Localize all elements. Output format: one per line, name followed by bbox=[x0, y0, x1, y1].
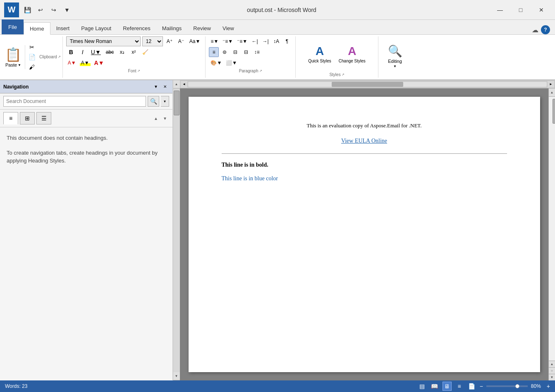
cut-button[interactable]: ✂ bbox=[27, 43, 37, 52]
increase-indent-button[interactable]: →| bbox=[261, 36, 270, 46]
scroll-left-button[interactable]: ◄ bbox=[181, 81, 187, 88]
navigation-content: This document does not contain headings.… bbox=[0, 127, 172, 380]
zoom-out-button[interactable]: − bbox=[480, 383, 483, 390]
strikethrough-button[interactable]: abc bbox=[104, 47, 115, 57]
text-effect-button[interactable]: A▼ bbox=[93, 58, 106, 68]
h-scroll-thumb[interactable] bbox=[332, 82, 403, 87]
increase-font-button[interactable]: A⁺ bbox=[165, 36, 175, 46]
scroll-right-button[interactable]: ► bbox=[548, 81, 554, 88]
zoom-slider[interactable] bbox=[486, 385, 528, 387]
search-icon: 🔍 bbox=[150, 98, 157, 105]
navigation-header-controls: ▼ ✕ bbox=[152, 83, 169, 91]
minimize-button[interactable]: — bbox=[490, 4, 510, 16]
view-draft-button[interactable]: 📄 bbox=[467, 382, 476, 391]
bold-button[interactable]: B bbox=[66, 47, 76, 57]
eula-link[interactable]: View EULA Online bbox=[341, 138, 387, 144]
vertical-scrollbar: ▲ ▲ ○ ▼ bbox=[548, 88, 555, 380]
scroll-prev-page-button[interactable]: ▲ bbox=[549, 361, 555, 367]
italic-button[interactable]: I bbox=[78, 47, 88, 57]
font-expand-icon[interactable]: ↗ bbox=[137, 69, 140, 73]
line-spacing-button[interactable]: ↕≡ bbox=[252, 47, 262, 57]
nav-scroll-down-button[interactable]: ▼ bbox=[173, 372, 180, 380]
navigation-pin-button[interactable]: ▼ bbox=[152, 83, 160, 91]
multilevel-list-button[interactable]: ⁻≡▼ bbox=[235, 36, 249, 46]
clipboard-expand-icon[interactable]: ↗ bbox=[58, 55, 61, 59]
zoom-slider-thumb[interactable] bbox=[515, 384, 519, 388]
view-full-reading-button[interactable]: 📖 bbox=[430, 382, 439, 391]
ribbon-group-editing: 🔍 Editing ▼ bbox=[378, 36, 411, 78]
sort-button[interactable]: ↕A bbox=[271, 36, 281, 46]
view-outline-button[interactable]: ≡ bbox=[455, 382, 464, 391]
nav-next-button[interactable]: ▼ bbox=[161, 114, 169, 122]
borders-button[interactable]: ⬜▼ bbox=[224, 58, 239, 68]
tab-page-layout[interactable]: Page Layout bbox=[75, 22, 117, 34]
paragraph-controls: ≡▼ ⁻≡▼ ⁻≡▼ ←| →| ↕A ¶ ≡ ⊜ ⊟ ⊟ ↕≡ 🎨▼ ⬜▼ bbox=[209, 36, 292, 68]
font-color-button[interactable]: A▼ bbox=[66, 58, 78, 68]
styles-expand-icon[interactable]: ↗ bbox=[342, 73, 344, 76]
nav-tab-results[interactable]: ☰ bbox=[36, 112, 51, 124]
customize-qa-button[interactable]: ▼ bbox=[61, 4, 73, 16]
scroll-next-page-button[interactable]: ▼ bbox=[549, 374, 555, 380]
nav-tab-headings[interactable]: ≡ bbox=[3, 112, 18, 124]
undo-button[interactable]: ↩ bbox=[35, 4, 46, 16]
tab-file[interactable]: File bbox=[2, 19, 24, 34]
align-center-button[interactable]: ⊜ bbox=[220, 47, 230, 57]
change-styles-button[interactable]: A Change Styles bbox=[336, 43, 368, 65]
scroll-select-browse-button[interactable]: ○ bbox=[549, 367, 555, 374]
numbered-list-button[interactable]: ⁻≡▼ bbox=[221, 36, 234, 46]
maximize-button[interactable]: □ bbox=[511, 4, 530, 16]
superscript-button[interactable]: x² bbox=[129, 47, 139, 57]
shading-button[interactable]: 🎨▼ bbox=[209, 58, 223, 68]
ribbon: 📋 Paste▼ ✂ 📄 🖌 Clipboard ↗ Times New Rom… bbox=[0, 35, 555, 80]
change-case-button[interactable]: Aa▼ bbox=[188, 36, 202, 46]
align-left-button[interactable]: ≡ bbox=[209, 47, 219, 57]
redo-button[interactable]: ↪ bbox=[48, 4, 60, 16]
zoom-in-button[interactable]: + bbox=[547, 383, 550, 390]
document-scroll-area[interactable]: This is an evaluation copy of Aspose.Ema… bbox=[180, 88, 548, 380]
document-area: ◄ ► This is an evaluation copy of Aspose… bbox=[180, 80, 555, 380]
font-size-select[interactable]: 12 bbox=[142, 36, 163, 46]
tab-insert[interactable]: Insert bbox=[50, 22, 76, 34]
bold-line: This line is in bold. bbox=[222, 160, 507, 169]
subscript-button[interactable]: x₂ bbox=[117, 47, 127, 57]
document-divider bbox=[222, 153, 507, 154]
nav-tab-pages[interactable]: ⊞ bbox=[20, 112, 35, 124]
view-web-button[interactable]: 🖥 bbox=[443, 382, 452, 391]
search-input[interactable] bbox=[3, 96, 146, 107]
tab-review[interactable]: Review bbox=[187, 22, 217, 34]
view-print-button[interactable]: ▤ bbox=[418, 382, 427, 391]
tab-view[interactable]: View bbox=[217, 22, 240, 34]
change-styles-icon: A bbox=[348, 45, 356, 58]
editing-icon: 🔍 bbox=[388, 44, 402, 58]
navigation-scrollbar: ▲ ▼ bbox=[173, 80, 179, 380]
copy-button[interactable]: 📄 bbox=[27, 53, 37, 62]
tab-references[interactable]: References bbox=[117, 22, 156, 34]
format-painter-button[interactable]: 🖌 bbox=[27, 62, 37, 72]
align-right-button[interactable]: ⊟ bbox=[230, 47, 240, 57]
paste-button[interactable]: 📋 Paste▼ bbox=[2, 45, 25, 69]
v-scroll-thumb[interactable] bbox=[553, 99, 555, 124]
search-button[interactable]: 🔍 bbox=[148, 96, 159, 107]
scroll-up-button[interactable]: ▲ bbox=[549, 88, 555, 97]
nav-prev-button[interactable]: ▲ bbox=[152, 114, 160, 122]
justify-button[interactable]: ⊟ bbox=[241, 47, 251, 57]
decrease-indent-button[interactable]: ←| bbox=[250, 36, 260, 46]
document-page: This is an evaluation copy of Aspose.Ema… bbox=[189, 97, 540, 372]
bullets-button[interactable]: ≡▼ bbox=[209, 36, 220, 46]
decrease-font-button[interactable]: A⁻ bbox=[176, 36, 186, 46]
paragraph-expand-icon[interactable]: ↗ bbox=[259, 69, 262, 73]
nav-scroll-up-button[interactable]: ▲ bbox=[173, 80, 180, 88]
clear-formatting-button[interactable]: 🧹 bbox=[140, 47, 150, 57]
quick-styles-button[interactable]: A Quick Styles bbox=[306, 43, 334, 65]
highlight-color-button[interactable]: A▼ bbox=[79, 58, 91, 68]
nav-scroll-thumb[interactable] bbox=[174, 91, 179, 115]
search-dropdown-button[interactable]: ▼ bbox=[161, 96, 169, 107]
tab-home[interactable]: Home bbox=[24, 22, 50, 35]
underline-button[interactable]: U▼ bbox=[89, 47, 103, 57]
tab-mailings[interactable]: Mailings bbox=[156, 22, 188, 34]
font-family-select[interactable]: Times New Roman bbox=[66, 36, 141, 46]
navigation-close-button[interactable]: ✕ bbox=[161, 83, 169, 91]
close-button[interactable]: ✕ bbox=[532, 4, 551, 16]
show-hide-button[interactable]: ¶ bbox=[282, 36, 292, 46]
save-button[interactable]: 💾 bbox=[22, 4, 33, 16]
